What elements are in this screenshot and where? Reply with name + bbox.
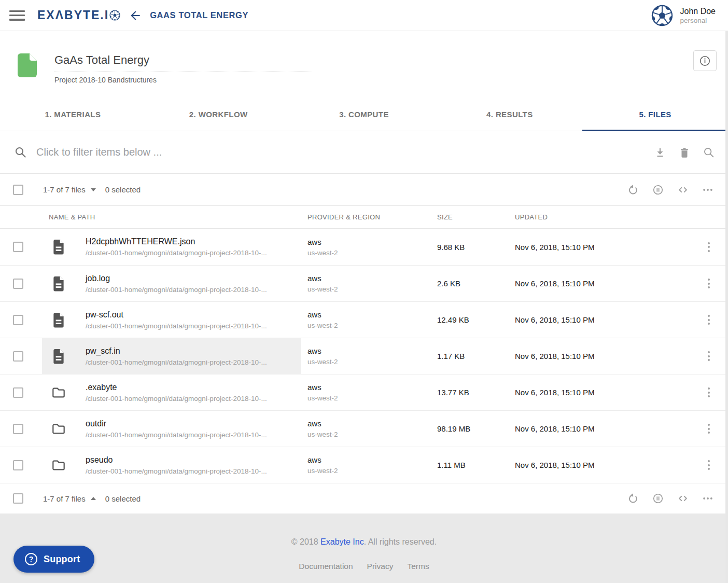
row-menu-icon[interactable] [705, 421, 713, 437]
filter-input[interactable] [36, 146, 654, 158]
code-icon[interactable] [677, 184, 689, 196]
row-checkbox[interactable] [13, 460, 23, 470]
user-name: John Doe [680, 6, 716, 17]
file-icon [52, 312, 65, 328]
breadcrumb-title: GAAS TOTAL ENERGY [150, 10, 248, 20]
delete-icon[interactable] [679, 147, 690, 158]
row-menu-icon[interactable] [705, 348, 713, 364]
tab-results[interactable]: 4. RESULTS [437, 98, 582, 131]
file-path: /cluster-001-home/gmogni/data/gmogni-pro… [86, 395, 267, 402]
row-menu-icon[interactable] [705, 384, 713, 400]
footer: © 2018 Exabyte Inc. All rights reserved.… [0, 513, 728, 583]
row-checkbox[interactable] [13, 424, 23, 434]
exabyte-logo[interactable]: EXΛBYTE.I [37, 8, 120, 22]
region: us-west-2 [307, 394, 338, 402]
folder-icon [52, 423, 65, 435]
column-size: SIZE [430, 213, 508, 221]
tab-materials[interactable]: 1. MATERIALS [0, 98, 146, 131]
updated-date: Nov 6, 2018, 15:10 PM [515, 352, 594, 360]
pause-icon[interactable] [652, 493, 664, 504]
info-button[interactable] [693, 50, 717, 71]
region: us-west-2 [307, 431, 338, 438]
code-icon[interactable] [677, 493, 689, 504]
footer-link-documentation[interactable]: Documentation [299, 562, 353, 571]
more-horizontal-icon[interactable] [702, 184, 713, 196]
table-actions [627, 184, 713, 196]
pause-icon[interactable] [652, 184, 664, 196]
table-row[interactable]: pseudo /cluster-001-home/gmogni/data/gmo… [0, 447, 728, 483]
row-menu-icon[interactable] [705, 457, 713, 473]
updated-date: Nov 6, 2018, 15:10 PM [515, 461, 594, 469]
file-table-header: NAME & PATH PROVIDER & REGION SIZE UPDAT… [0, 206, 728, 229]
region: us-west-2 [307, 358, 338, 366]
row-menu-icon[interactable] [705, 312, 713, 328]
provider: aws [307, 346, 338, 355]
column-updated: UPDATED [508, 213, 690, 221]
more-horizontal-icon[interactable] [702, 493, 713, 504]
user-menu[interactable]: John Doe personal [651, 5, 716, 26]
refresh-icon[interactable] [627, 184, 639, 196]
tab-label: 4. RESULTS [486, 110, 533, 119]
table-row[interactable]: H2dcpbhWhTTEHERWE.json /cluster-001-home… [0, 229, 728, 265]
updated-date: Nov 6, 2018, 15:10 PM [515, 424, 594, 433]
file-size: 12.49 KB [437, 315, 469, 324]
company-link[interactable]: Exabyte Inc [320, 537, 364, 546]
provider: aws [307, 419, 338, 428]
pagination-dropdown-bottom[interactable]: 1-7 of 7 files [43, 494, 96, 503]
file-icon [52, 239, 65, 255]
file-name: pseudo [86, 455, 267, 465]
search-table-icon[interactable] [703, 147, 715, 158]
logo-ball-icon [109, 10, 120, 21]
region: us-west-2 [307, 249, 338, 257]
table-row[interactable]: job.log /cluster-001-home/gmogni/data/gm… [0, 265, 728, 301]
select-all-checkbox-bottom[interactable] [13, 493, 23, 504]
info-icon [699, 55, 710, 66]
select-all-checkbox[interactable] [13, 185, 23, 195]
hamburger-menu-icon[interactable] [9, 10, 25, 21]
row-checkbox[interactable] [13, 242, 23, 252]
filter-actions [654, 147, 715, 158]
refresh-icon[interactable] [627, 493, 639, 504]
support-button[interactable]: ? Support [13, 546, 94, 573]
column-provider-region: PROVIDER & REGION [301, 213, 430, 221]
table-row[interactable]: pw-scf.out /cluster-001-home/gmogni/data… [0, 301, 728, 338]
download-icon[interactable] [654, 147, 666, 158]
row-checkbox[interactable] [13, 279, 23, 289]
row-checkbox[interactable] [13, 351, 23, 362]
tab-label: 3. COMPUTE [339, 110, 389, 119]
search-icon [15, 146, 27, 159]
file-name: outdir [86, 419, 267, 428]
region: us-west-2 [307, 322, 338, 329]
table-row[interactable]: .exabyte /cluster-001-home/gmogni/data/g… [0, 374, 728, 410]
row-menu-icon[interactable] [705, 275, 713, 292]
footer-link-privacy[interactable]: Privacy [367, 562, 394, 571]
row-checkbox[interactable] [13, 315, 23, 325]
file-path: /cluster-001-home/gmogni/data/gmogni-pro… [86, 286, 267, 294]
tab-compute[interactable]: 3. COMPUTE [291, 98, 437, 131]
file-path: /cluster-001-home/gmogni/data/gmogni-pro… [86, 358, 267, 366]
table-row[interactable]: pw_scf.in /cluster-001-home/gmogni/data/… [0, 338, 728, 374]
scrollbar[interactable] [725, 31, 728, 583]
table-row[interactable]: outdir /cluster-001-home/gmogni/data/gmo… [0, 410, 728, 447]
provider: aws [307, 310, 338, 319]
row-checkbox[interactable] [13, 387, 23, 398]
file-path: /cluster-001-home/gmogni/data/gmogni-pro… [86, 467, 267, 475]
chevron-up-icon [91, 497, 96, 500]
region: us-west-2 [307, 467, 338, 475]
table-actions-bottom [627, 493, 713, 504]
footer-link-terms[interactable]: Terms [407, 562, 429, 571]
tab-workflow[interactable]: 2. WORKFLOW [146, 98, 291, 131]
avatar [651, 5, 673, 26]
files-page: EXΛBYTE.I GAAS TOTAL ENERGY John Doe per… [0, 0, 728, 583]
file-name: pw_scf.in [86, 346, 267, 356]
updated-date: Nov 6, 2018, 15:10 PM [515, 243, 594, 252]
tab-files[interactable]: 5. FILES [582, 98, 728, 131]
provider: aws [307, 238, 338, 246]
row-menu-icon[interactable] [705, 239, 713, 255]
column-name-path: NAME & PATH [42, 213, 301, 221]
file-path: /cluster-001-home/gmogni/data/gmogni-pro… [86, 431, 267, 439]
pagination-dropdown[interactable]: 1-7 of 7 files [43, 185, 96, 194]
folder-icon [52, 386, 65, 399]
tabs: 1. MATERIALS2. WORKFLOW3. COMPUTE4. RESU… [0, 98, 728, 131]
back-arrow-icon[interactable] [129, 9, 142, 22]
